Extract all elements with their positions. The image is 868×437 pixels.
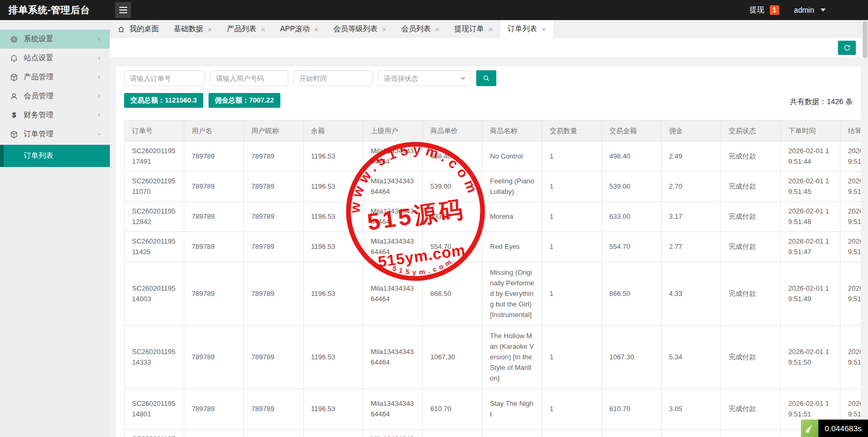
- table-cell: 789789: [184, 142, 244, 172]
- table-cell: 2026-02-01 19:51:47: [841, 232, 861, 262]
- close-icon[interactable]: ×: [314, 25, 319, 33]
- column-header: 交易金额: [602, 120, 662, 142]
- column-header: 商品单价: [423, 120, 483, 142]
- table-cell: 2026-02-01 19:51:47: [781, 232, 841, 262]
- table-cell: 2026-02-01 19:51:44: [781, 142, 841, 172]
- chevron-left-icon: [96, 36, 102, 42]
- chevron-down-icon: [460, 77, 466, 80]
- table-row: SC260201195148017897897897891196.53Mila1…: [125, 389, 861, 430]
- total-count-label: 共有数据：1426 条: [790, 97, 853, 107]
- table-cell: Morena: [483, 202, 542, 232]
- table-cell: 2026-02-01 19:51:49: [781, 262, 841, 326]
- sidebar-menu: 系统设置站点设置产品管理会员管理财务管理订单管理: [0, 30, 110, 144]
- tab-6[interactable]: 提现订单×: [447, 20, 501, 38]
- sidebar-item[interactable]: 订单管理: [0, 125, 110, 144]
- table-cell: 完成付款: [721, 142, 781, 172]
- table-cell: 2026-02-01 19:51:50: [841, 326, 861, 389]
- filter-bar: [124, 70, 496, 86]
- close-icon[interactable]: ×: [435, 25, 440, 33]
- app-header: 排单系统-管理后台 提现 1 admin: [0, 0, 868, 20]
- sidebar-item[interactable]: 系统设置: [0, 30, 110, 49]
- user-number-input[interactable]: [210, 70, 288, 86]
- table-cell: Mila1343434364464: [363, 232, 423, 262]
- app-title: 排单系统-管理后台: [8, 0, 90, 20]
- table-cell: 1067.30: [602, 326, 662, 389]
- search-icon: [482, 74, 490, 82]
- refresh-button[interactable]: [838, 41, 856, 55]
- tab-desktop[interactable]: 我的桌面: [110, 20, 166, 38]
- table-cell: 789789: [184, 202, 244, 232]
- table-cell: 789789: [184, 172, 244, 202]
- sidebar-item-order-list[interactable]: 订单列表: [0, 145, 110, 167]
- withdraw-count-badge[interactable]: 1: [770, 5, 779, 15]
- tab-5[interactable]: 会员列表×: [394, 20, 447, 38]
- menu-toggle-button[interactable]: [115, 2, 131, 18]
- close-icon[interactable]: ×: [488, 25, 493, 33]
- sidebar-item[interactable]: 产品管理: [0, 68, 110, 87]
- table-cell: 1: [542, 142, 602, 172]
- table-cell: 5.34: [662, 326, 721, 389]
- chevron-left-icon: [96, 55, 102, 61]
- refresh-icon: [843, 44, 851, 52]
- table-cell: The Hollow Man (Karaoke Version) [In the…: [483, 326, 542, 389]
- user-menu[interactable]: admin: [794, 6, 814, 14]
- table-cell: Mila1343434364464: [363, 202, 423, 232]
- table-cell: 1196.53: [304, 202, 363, 232]
- table-cell: 3.05: [662, 389, 721, 430]
- framework-leaf-icon: [801, 420, 818, 437]
- tab-7[interactable]: 订单列表×: [501, 20, 554, 38]
- table-cell: 1: [542, 326, 602, 389]
- tab-4[interactable]: 会员等级列表×: [326, 20, 394, 38]
- withdraw-link[interactable]: 提现: [750, 5, 765, 15]
- table-cell: 2026-02-01 19:51:50: [781, 326, 841, 389]
- close-icon[interactable]: ×: [261, 25, 266, 33]
- table-cell: 789789: [244, 172, 304, 202]
- table-cell: [304, 430, 363, 437]
- table-cell: 789789: [184, 262, 244, 326]
- column-header: 上级用户: [363, 120, 423, 142]
- search-button[interactable]: [476, 70, 496, 86]
- sidebar-item[interactable]: 站点设置: [0, 49, 110, 68]
- table-cell: SC26020119517491: [125, 142, 184, 172]
- trade-total-badge[interactable]: 交易总额：1121560.3: [124, 93, 203, 108]
- tab-1[interactable]: 基础数据×: [166, 20, 220, 38]
- table-cell: 789789: [184, 389, 244, 430]
- table-cell: 3.17: [662, 202, 721, 232]
- table-cell: 539.00: [423, 172, 483, 202]
- table-row: SC260201195174917897897897891196.53Mila1…: [125, 142, 861, 172]
- table-cell: 完成付款: [721, 326, 781, 389]
- sidebar-item[interactable]: 财务管理: [0, 106, 110, 125]
- table-cell: 2026-02-01 19:51:45: [781, 172, 841, 202]
- sidebar-item[interactable]: 会员管理: [0, 87, 110, 106]
- order-number-input[interactable]: [124, 70, 205, 86]
- close-icon[interactable]: ×: [382, 25, 386, 33]
- table-cell: 1196.53: [304, 142, 363, 172]
- start-date-input[interactable]: [294, 70, 373, 86]
- table-cell: Mila1343434364464: [363, 430, 423, 437]
- table-cell: Mila1343434364464: [363, 172, 423, 202]
- table-cell: 789789: [244, 262, 304, 326]
- column-header: 商品名称: [483, 120, 542, 142]
- table-cell: 1196.53: [304, 326, 363, 389]
- table-cell: 866.50: [423, 262, 483, 326]
- debug-badge[interactable]: 0.044683s: [801, 420, 868, 437]
- column-header: 佣金: [662, 120, 721, 142]
- table-cell: SC26020119514333: [125, 326, 184, 389]
- close-icon[interactable]: ×: [207, 25, 212, 33]
- table-cell: 2026-02-01 19:51:46: [781, 202, 841, 232]
- table-cell: 1196.53: [304, 232, 363, 262]
- tab-3[interactable]: APP滚动×: [273, 20, 326, 38]
- user-icon: [10, 92, 18, 101]
- bell-icon: [10, 54, 18, 63]
- active-indicator: [0, 145, 4, 167]
- close-icon[interactable]: ×: [542, 25, 546, 33]
- tab-2[interactable]: 产品列表×: [220, 20, 273, 38]
- column-header: 交易状态: [721, 120, 781, 142]
- scrollbar-thumb[interactable]: [863, 21, 867, 58]
- status-select[interactable]: [378, 70, 471, 86]
- table-cell: 554.70: [423, 232, 483, 262]
- table-cell: Stay The Night: [483, 389, 542, 430]
- column-header: 订单号: [125, 120, 184, 142]
- commission-total-badge[interactable]: 佣金总额：7007.22: [209, 93, 280, 108]
- orders-table-wrap: 订单号用户名用户昵称余额上级用户商品单价商品名称交易数量交易金额佣金交易状态下单…: [124, 120, 861, 437]
